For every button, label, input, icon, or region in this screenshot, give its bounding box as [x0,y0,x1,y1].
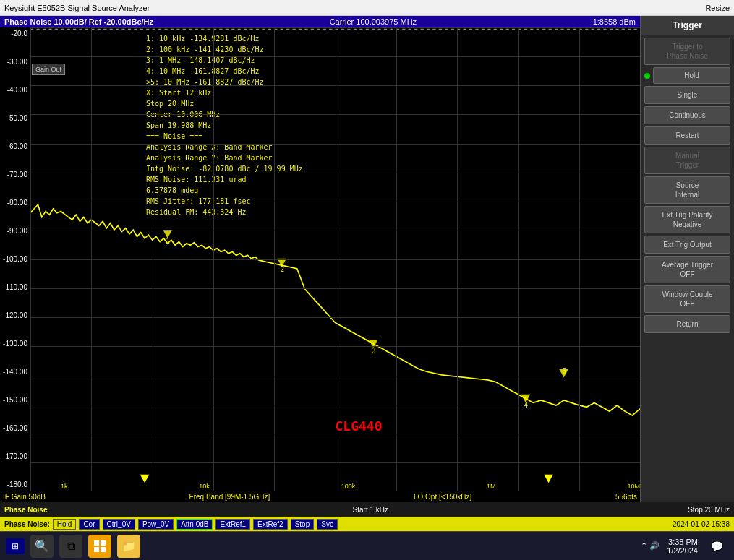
svg-text:3: 3 [372,346,376,355]
annotation-line: Stop 20 MHz [146,98,303,109]
start-button[interactable]: ⊞ [6,538,25,554]
panel-buttons: Trigger to Phase NoiseHoldSingleContinuo… [641,35,734,335]
svg-text:1: 1 [166,236,171,245]
freq-label: 100k [341,483,356,490]
ext-trig-output-button[interactable]: Ext Trig Output [644,236,730,254]
grid-line-vertical [396,27,397,491]
clg-label: CLG440 [336,418,383,434]
extref2-badge: ExtRef2 [253,519,288,530]
y-axis-label: -50.00 [0,115,30,122]
grid-line-vertical [579,27,580,491]
y-axis-label: -180.0 [0,481,30,488]
start-freq: Start 1 kHz [353,506,388,514]
hold-button[interactable]: Hold [653,67,730,84]
svg-rect-14 [101,540,106,546]
lo-opt: LO Opt [<150kHz] [414,493,471,501]
annotation-line: === Noise === [146,131,303,142]
freq-label: 10M [627,483,640,490]
stop-badge: Stop [291,519,315,530]
restart-button[interactable]: Restart [644,126,730,145]
taskview-icon[interactable]: ⧉ [59,535,82,558]
status-bar-2: Phase Noise Start 1 kHz Stop 20 MHz [0,502,734,517]
mode-label: Phase Noise [4,506,47,514]
power-info: 1:8558 dBm [593,17,636,26]
svg-rect-13 [94,540,99,546]
annotation-line: X: Start 12 kHz [146,87,303,98]
y-axis-label: -70.00 [0,171,30,178]
y-axis-label: -130.00 [0,340,30,348]
svg-marker-11 [140,475,150,483]
cor-badge: Cor [79,519,99,530]
title-bar: Keysight E5052B Signal Source Analyzer R… [0,0,734,16]
app-title: Keysight E5052B Signal Source Analyzer [4,4,150,12]
panel-title: Trigger [641,16,734,35]
annotation-line: Analysis Range Y: Band Marker [146,152,303,163]
ext-trig-polarity-button[interactable]: Ext Trig Polarity Negative [644,206,730,233]
freq-label: 1M [487,483,496,490]
single-button[interactable]: Single [644,86,730,104]
trigger-phase-noise-button: Trigger to Phase Noise [644,38,730,65]
svg-text:2: 2 [281,265,285,274]
chart-title: Phase Noise 10.00dB/ Ref -20.00dBc/Hz [4,17,153,26]
continuous-button[interactable]: Continuous [644,106,730,124]
chart-header: Phase Noise 10.00dB/ Ref -20.00dBc/Hz Ca… [0,16,640,27]
svg-rect-16 [101,547,106,552]
pn-mode: Phase Noise: [4,520,50,528]
hold-wrapper[interactable]: Hold [644,67,730,84]
freq-labels: 1k10k100k1M10M [61,483,640,490]
grid-line-vertical [30,27,31,491]
grid-line-vertical [153,27,153,491]
manual-trigger-button: Manual Trigger [644,147,730,174]
y-axis-label: -100.00 [0,256,30,263]
annotations: 1: 10 kHz -134.9281 dBc/Hz2: 100 kHz -14… [146,33,303,217]
window-couple-button[interactable]: Window Couple OFF [644,285,730,313]
grid-line-vertical [518,27,519,491]
freq-label: 10k [199,483,210,490]
taskbar-icons-tray: ⌃ 🔊 [641,541,660,551]
y-axis-label: -140.00 [0,369,30,376]
annotation-line: Span 19.988 MHz [146,120,303,131]
freq-band: Freq Band [99M-1.5GHz] [189,493,270,501]
y-axis-label: -60.00 [0,143,30,150]
y-axis-label: -150.00 [0,397,30,404]
svg-text:5: 5 [563,366,567,375]
y-axis-label: -120.00 [0,312,30,319]
source-internal-button[interactable]: Source Internal [644,176,730,204]
folder-icon[interactable]: 📁 [117,535,140,558]
grid-line-vertical [274,27,275,491]
svc-badge: Svc [317,519,338,530]
status-bar-1: Phase Noise: Hold Cor Ctrl_0V Pow_0V Att… [0,517,734,531]
app-body: Phase Noise 10.00dB/ Ref -20.00dBc/Hz Ca… [0,16,734,560]
chart-bottom-bar: IF Gain 50dB Freq Band [99M-1.5GHz] LO O… [0,491,640,502]
y-axis-label: -40.00 [0,87,30,94]
taskbar-clock: 3:38 PM 1/2/2024 [667,538,698,555]
resize-button[interactable]: Resize [705,4,730,12]
grid-line-vertical [336,27,336,491]
svg-text:4: 4 [524,401,529,410]
y-axis-label: -20.0 [0,30,30,38]
state-badge: Hold [53,519,77,530]
annotation-line: 2: 100 kHz -141.4230 dBc/Hz [146,44,303,55]
y-axis-label: -30.00 [0,59,30,66]
grid-line-vertical [91,27,92,491]
right-panel: Trigger Trigger to Phase NoiseHoldSingle… [640,16,734,502]
datetime: 2024-01-02 15:38 [673,520,730,528]
points: 556pts [615,493,637,501]
y-axis-label: -80.00 [0,199,30,207]
average-trigger-button[interactable]: Average Trigger OFF [644,256,730,283]
notification-icon[interactable]: 💬 [705,535,728,558]
chart-wrapper: Phase Noise 10.00dB/ Ref -20.00dBc/Hz Ca… [0,16,640,502]
annotation-line: 6.37878 mdeg [146,185,303,196]
annotation-line: 1: 10 kHz -134.9281 dBc/Hz [146,33,303,44]
pow-badge: Pow_0V [138,519,174,530]
taskbar: ⊞ 🔍 ⧉ 📁 ⌃ 🔊 3:38 PM 1/2/2024 💬 [0,531,734,560]
y-axis: -20.0-30.00-40.00-50.00-60.00-70.00-80.0… [0,27,30,491]
carrier-info: Carrier 100.003975 MHz [330,17,417,26]
return-button[interactable]: Return [644,315,730,333]
extref1-badge: ExtRef1 [215,519,250,530]
svg-marker-12 [544,475,553,483]
search-taskbar-icon[interactable]: 🔍 [30,535,54,558]
annotation-line: RMS Noise: 111.331 urad [146,174,303,185]
explorer-icon[interactable] [88,535,111,558]
taskbar-right: ⌃ 🔊 3:38 PM 1/2/2024 💬 [641,535,728,558]
